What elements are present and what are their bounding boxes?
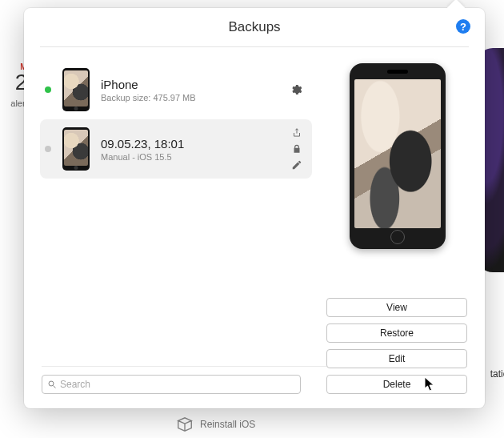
gear-icon[interactable] [290,83,302,96]
svg-line-1 [54,386,56,388]
restore-button[interactable]: Restore [326,323,467,343]
background-reinstall: Reinstall iOS [176,416,255,433]
box-icon [176,416,194,433]
backup-subtitle: Manual - iOS 15.5 [101,152,280,162]
backup-title: 09.05.23, 18:01 [101,137,280,151]
action-buttons: View Restore Edit Delete [326,298,467,394]
device-preview [326,60,469,249]
device-thumbnail [62,68,90,111]
device-row[interactable]: iPhone Backup size: 475.97 MB [40,60,312,119]
device-name: iPhone [101,78,278,91]
device-info: iPhone Backup size: 475.97 MB [101,78,278,102]
share-icon[interactable] [291,127,302,139]
edit-icon[interactable] [291,159,302,171]
status-dot-idle [45,146,51,152]
view-button[interactable]: View [326,298,467,317]
edit-button[interactable]: Edit [326,349,467,368]
phone-screen [354,79,441,228]
phone-mockup [350,63,446,249]
search-field[interactable] [42,375,301,394]
svg-point-0 [49,381,54,386]
backup-row[interactable]: 09.05.23, 18:01 Manual - iOS 15.5 [40,119,312,179]
backup-list: iPhone Backup size: 475.97 MB 09.05.23, … [40,60,312,249]
popup-title: Backups [228,19,280,35]
background-text: tation [490,368,504,380]
search-input[interactable] [60,379,295,390]
backup-info: 09.05.23, 18:01 Manual - iOS 15.5 [101,137,280,162]
backup-thumbnail [62,127,90,171]
delete-button[interactable]: Delete [326,375,467,394]
help-button[interactable]: ? [456,19,470,34]
status-dot-online [45,86,51,93]
backup-row-actions [291,127,302,171]
backups-popup: Backups ? iPhone Backup size: 475.97 MB [24,8,485,408]
popup-header: Backups ? [24,8,485,46]
search-icon [47,380,57,389]
reinstall-label: Reinstall iOS [200,419,255,430]
lock-icon[interactable] [291,143,302,155]
device-subtitle: Backup size: 475.97 MB [101,93,278,102]
